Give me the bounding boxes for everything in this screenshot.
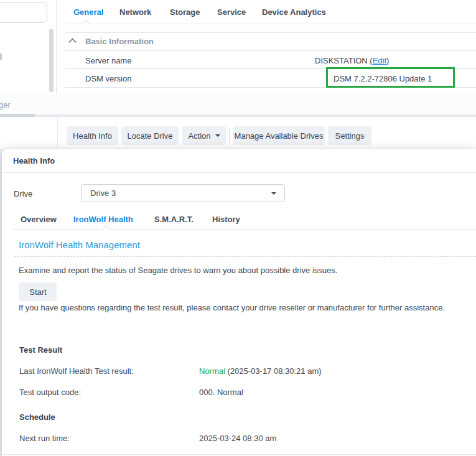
dialog-bottom-divider: [2, 454, 476, 455]
edit-link[interactable]: Edit: [373, 56, 386, 65]
tab-ironwolf-health[interactable]: IronWolf Health: [73, 215, 133, 225]
description-text: Examine and report the status of Seagate…: [19, 263, 337, 278]
sidebar-item-fragment: [0, 54, 2, 60]
dialog-tab-underline: [12, 229, 476, 230]
tab-network[interactable]: Network: [119, 7, 151, 18]
dialog-header: Health Info: [2, 149, 476, 173]
action-dropdown-button[interactable]: Action: [182, 126, 226, 145]
settings-button[interactable]: Settings: [328, 126, 371, 145]
desktop-gap: [0, 94, 476, 114]
row-divider: [65, 68, 476, 69]
drive-label: Drive: [14, 189, 32, 198]
test-output-code-value: 000. Normal: [199, 388, 243, 397]
storage-manager-window: Health Info Locate Drive Action Manage A…: [0, 114, 476, 149]
health-info-button[interactable]: Health Info: [67, 126, 118, 145]
server-name-label: Server name: [85, 56, 131, 65]
storage-manager-sidebar-divider: [57, 117, 58, 149]
status-timestamp: (2025-03-17 08:30:21 am): [225, 366, 322, 376]
sidebar-scrollbar-thumb[interactable]: [49, 29, 54, 92]
ironwolf-heading: IronWolf Health Management: [19, 240, 140, 250]
note-text: If you have questions regarding the test…: [19, 300, 473, 315]
tab-underline: [65, 24, 476, 24]
server-name-value: DISKSTATION (Edit): [315, 56, 389, 65]
active-tab-notch-icon: [102, 225, 110, 233]
health-info-dialog: Health Info Drive Drive 3 Overview IronW…: [2, 149, 476, 456]
tab-smart[interactable]: S.M.A.R.T.: [154, 215, 194, 225]
tab-history[interactable]: History: [212, 215, 240, 225]
last-test-result-value: Normal (2025-03-17 08:30:21 am): [199, 366, 322, 376]
dsm-version-value: DSM 7.2.2-72806 Update 1: [334, 74, 432, 83]
section-title[interactable]: Basic Information: [85, 37, 154, 46]
tab-general[interactable]: General: [73, 7, 103, 18]
search-input[interactable]: [0, 2, 47, 23]
control-panel-window: General Network Storage Service Device A…: [0, 0, 476, 94]
schedule-heading: Schedule: [19, 412, 55, 422]
caret-down-icon: [215, 134, 220, 137]
storage-manager-window-title-fragment: ger: [0, 100, 11, 109]
collapse-chevron-icon[interactable]: [70, 39, 75, 45]
dialog-title: Health Info: [13, 149, 55, 173]
dsm-version-label: DSM version: [85, 74, 131, 83]
test-output-code-label: Test output code:: [19, 388, 81, 397]
next-run-time-label: Next run time:: [19, 434, 70, 443]
test-result-heading: Test Result: [19, 345, 62, 355]
section-top-divider: [65, 32, 476, 33]
status-normal: Normal: [199, 366, 225, 376]
next-run-time-value: 2025-03-24 08:30 am: [199, 434, 276, 443]
locate-drive-button[interactable]: Locate Drive: [121, 126, 179, 145]
tab-storage[interactable]: Storage: [170, 7, 200, 18]
start-button[interactable]: Start: [19, 282, 57, 301]
caret-down-icon: [271, 192, 276, 195]
drive-select-value: Drive 3: [90, 185, 116, 202]
row-divider: [65, 87, 476, 88]
active-tab-notch-icon: [82, 20, 90, 28]
tab-device-analytics[interactable]: Device Analytics: [262, 7, 326, 18]
dashed-divider: [14, 256, 476, 257]
tab-overview[interactable]: Overview: [21, 215, 57, 225]
sidebar-divider: [56, 0, 57, 94]
tab-service[interactable]: Service: [217, 7, 246, 18]
toolbar-separator: [229, 128, 230, 143]
drive-select[interactable]: Drive 3: [81, 184, 285, 202]
last-test-result-label: Last IronWolf Health Test result:: [19, 366, 134, 376]
manage-available-drives-button[interactable]: Manage Available Drives: [233, 126, 325, 145]
row-divider: [65, 50, 476, 51]
